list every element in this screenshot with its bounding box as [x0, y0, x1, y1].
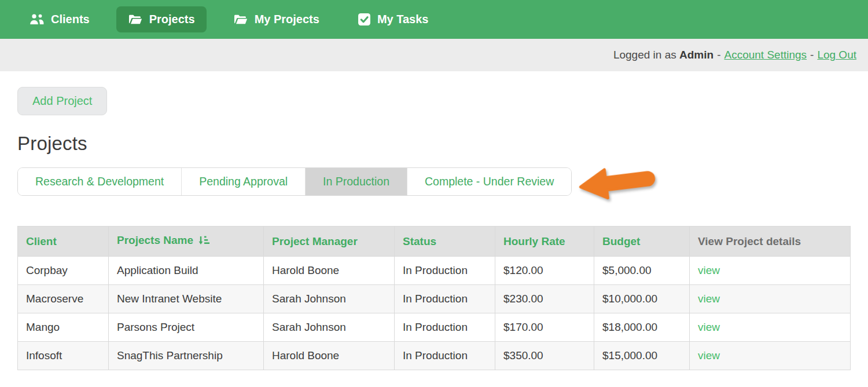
nav-item-projects[interactable]: Projects	[116, 6, 207, 32]
top-navbar: Clients Projects My Projects My Tasks	[0, 0, 868, 39]
tab-research-development[interactable]: Research & Development	[18, 168, 182, 195]
username: Admin	[679, 49, 713, 61]
nav-item-label: My Tasks	[377, 13, 429, 26]
col-header-projects-name[interactable]: Projects Name	[109, 227, 264, 257]
col-header-hourly-rate[interactable]: Hourly Rate	[495, 227, 594, 257]
col-header-client[interactable]: Client	[18, 227, 109, 257]
nav-item-label: Projects	[149, 13, 195, 26]
col-header-view-details: View Project details	[690, 227, 851, 257]
manager-cell: Harold Boone	[264, 342, 395, 370]
tab-pending-approval[interactable]: Pending Approval	[182, 168, 306, 195]
project-name-cell: New Intranet Website	[109, 285, 264, 313]
budget-cell: $18,000.00	[594, 313, 690, 342]
table-row: Mango Parsons Project Sarah Johnson In P…	[18, 313, 851, 342]
nav-item-my-projects[interactable]: My Projects	[222, 6, 331, 32]
nav-item-clients[interactable]: Clients	[17, 6, 101, 32]
nav-item-label: My Projects	[255, 13, 319, 26]
status-tabbar: Research & Development Pending Approval …	[17, 167, 572, 196]
projects-table: Client Projects Name Project Manager Sta…	[17, 226, 851, 370]
view-link[interactable]: view	[698, 321, 720, 333]
view-cell: view	[690, 285, 851, 313]
manager-cell: Sarah Johnson	[264, 285, 395, 313]
hourly-rate-cell: $230.00	[495, 285, 594, 313]
project-name-cell: Application Build	[109, 257, 264, 285]
folder-open-icon	[233, 13, 248, 25]
account-settings-link[interactable]: Account Settings	[724, 49, 807, 61]
view-link[interactable]: view	[698, 264, 720, 276]
log-out-link[interactable]: Log Out	[817, 49, 856, 61]
tab-in-production[interactable]: In Production	[306, 168, 407, 195]
table-row: Infosoft SnagThis Partnership Harold Boo…	[18, 342, 851, 370]
budget-cell: $15,000.00	[594, 342, 690, 370]
table-row: Corpbay Application Build Harold Boone I…	[18, 257, 851, 285]
add-project-button[interactable]: Add Project	[17, 87, 107, 115]
user-bar: Logged in as Admin - Account Settings - …	[0, 39, 868, 71]
folder-open-icon	[128, 13, 143, 25]
table-row: Macroserve New Intranet Website Sarah Jo…	[18, 285, 851, 313]
hourly-rate-cell: $350.00	[495, 342, 594, 370]
status-cell: In Production	[395, 342, 495, 370]
view-link[interactable]: view	[698, 349, 720, 362]
col-header-project-manager[interactable]: Project Manager	[264, 227, 395, 257]
separator: -	[810, 49, 814, 61]
status-cell: In Production	[395, 313, 495, 342]
budget-cell: $5,000.00	[594, 257, 690, 285]
nav-item-my-tasks[interactable]: My Tasks	[346, 6, 440, 32]
hourly-rate-cell: $170.00	[495, 313, 594, 342]
view-cell: view	[690, 257, 851, 285]
logged-in-text: Logged in as Admin	[613, 49, 713, 61]
tab-complete-under-review[interactable]: Complete - Under Review	[407, 168, 571, 195]
view-link[interactable]: view	[698, 293, 720, 305]
client-cell: Macroserve	[18, 285, 109, 313]
check-square-icon	[358, 13, 371, 26]
status-cell: In Production	[395, 285, 495, 313]
col-header-status[interactable]: Status	[395, 227, 495, 257]
nav-item-label: Clients	[51, 13, 90, 26]
budget-cell: $10,000.00	[594, 285, 690, 313]
orange-arrow-annotation-icon	[575, 159, 659, 206]
manager-cell: Sarah Johnson	[264, 313, 395, 342]
manager-cell: Harold Boone	[264, 257, 395, 285]
users-icon	[29, 13, 45, 25]
client-cell: Mango	[18, 313, 109, 342]
status-cell: In Production	[395, 257, 495, 285]
hourly-rate-cell: $120.00	[495, 257, 594, 285]
sort-amount-down-icon[interactable]	[198, 236, 209, 248]
project-name-cell: Parsons Project	[109, 313, 264, 342]
client-cell: Infosoft	[18, 342, 109, 370]
client-cell: Corpbay	[18, 257, 109, 285]
project-name-cell: SnagThis Partnership	[109, 342, 264, 370]
view-cell: view	[690, 342, 851, 370]
table-header-row: Client Projects Name Project Manager Sta…	[18, 227, 851, 257]
col-header-budget[interactable]: Budget	[594, 227, 690, 257]
view-cell: view	[690, 313, 851, 342]
separator: -	[717, 49, 720, 61]
page-title: Projects	[17, 133, 868, 155]
